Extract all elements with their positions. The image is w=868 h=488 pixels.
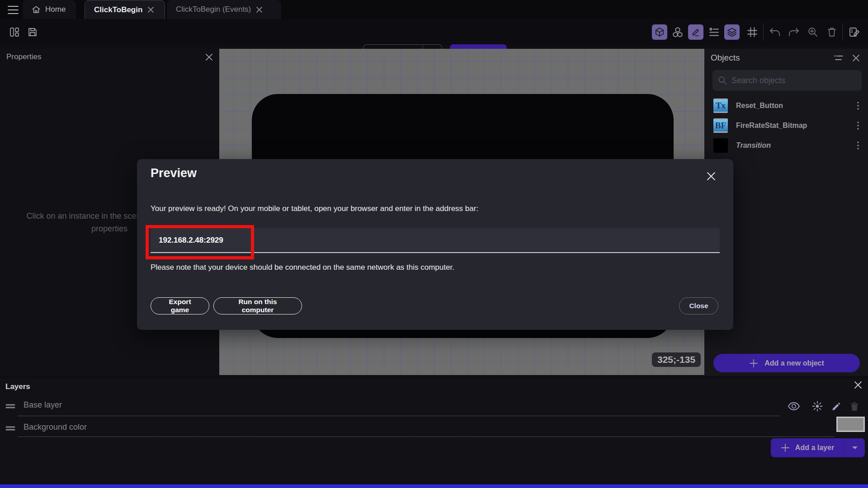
object-item-reset-button[interactable]: Tx Reset_Button [704, 96, 868, 116]
home-icon [32, 5, 41, 14]
layer-name-background-color[interactable] [24, 422, 295, 432]
save-icon[interactable] [26, 26, 39, 38]
layer-effects-icon[interactable] [811, 400, 823, 412]
edit-events-icon[interactable] [848, 26, 861, 38]
bitmap-font-object-icon: BF [713, 118, 728, 133]
drag-handle-icon[interactable] [5, 403, 16, 409]
layer-field-underline [18, 436, 834, 437]
instance-properties-icon[interactable] [708, 26, 720, 38]
black-square-object-icon [713, 138, 728, 153]
grid-icon[interactable] [746, 26, 759, 38]
tab-scene[interactable]: ClickToBegin [85, 0, 165, 19]
dialog-close-icon[interactable] [704, 169, 718, 183]
object-menu-dots-icon[interactable] [854, 102, 863, 110]
object-name: FireRateStat_Bitmap [736, 122, 845, 130]
layer-name-base-layer[interactable] [24, 400, 295, 410]
tab-events-close-icon[interactable] [255, 6, 263, 14]
gdevelop-app: Home ClickToBegin ClickToBegin (Events) [0, 0, 868, 488]
editor-toolbar: Preview Publish [0, 19, 868, 45]
objects-search-input[interactable] [731, 76, 856, 85]
background-color-swatch[interactable] [836, 417, 865, 432]
tab-scene-label: ClickToBegin [94, 5, 142, 14]
3d-box-icon[interactable] [652, 24, 667, 40]
tab-home[interactable]: Home [23, 0, 76, 19]
preview-dialog: Preview Your preview is ready! On your m… [137, 159, 733, 330]
text-object-icon: Tx [713, 99, 728, 113]
tab-events[interactable]: ClickToBegin (Events) [167, 0, 281, 19]
objects-search-box[interactable] [712, 70, 862, 91]
layer-delete-trash-icon[interactable] [849, 400, 860, 412]
layer-field-underline [18, 416, 779, 416]
add-new-object-button[interactable]: Add a new object [713, 354, 860, 372]
toolbar-separator [842, 23, 843, 41]
close-button[interactable]: Close [679, 297, 718, 314]
dialog-title: Preview [151, 166, 197, 180]
redo-icon[interactable] [788, 26, 800, 38]
layers-close-icon[interactable] [854, 381, 862, 389]
tab-home-label: Home [45, 5, 66, 14]
add-layer-label: Add a layer [795, 444, 834, 452]
layer-edit-pencil-icon[interactable] [830, 400, 842, 412]
dialog-note: Please note that your device should be c… [151, 263, 720, 272]
properties-close-icon[interactable] [206, 54, 212, 61]
cursor-coordinates-badge: 325;-135 [652, 352, 701, 367]
object-name: Transition [736, 141, 845, 150]
object-item-transition[interactable]: Transition [704, 136, 868, 155]
drag-handle-icon[interactable] [5, 425, 16, 432]
layer-visibility-eye-icon[interactable] [788, 400, 800, 412]
project-manager-icon[interactable] [8, 26, 21, 38]
tab-events-label: ClickToBegin (Events) [176, 5, 251, 14]
export-game-button[interactable]: Export game [151, 297, 209, 314]
object-menu-dots-icon[interactable] [854, 141, 863, 150]
bottom-accent-bar [0, 484, 868, 488]
object-item-fireratestat-bitmap[interactable]: BF FireRateStat_Bitmap [704, 116, 868, 136]
objects-list: Tx Reset_Button BF FireRateStat_Bitmap T… [704, 96, 868, 155]
undo-icon[interactable] [769, 26, 781, 38]
run-on-this-computer-button[interactable]: Run on this computer [213, 297, 302, 314]
edit-pencil-icon[interactable] [688, 24, 703, 40]
filter-icon[interactable] [833, 52, 844, 64]
tab-bar: Home ClickToBegin ClickToBegin (Events) [0, 0, 868, 19]
instances-cubes-icon[interactable] [670, 24, 685, 40]
object-menu-dots-icon[interactable] [854, 122, 863, 130]
objects-close-icon[interactable] [850, 52, 862, 64]
plus-icon [781, 443, 790, 452]
tab-scene-close-icon[interactable] [147, 6, 155, 14]
properties-panel-title: Properties [6, 52, 41, 61]
dialog-message: Your preview is ready! On your mobile or… [151, 204, 720, 213]
object-name: Reset_Button [736, 102, 845, 110]
add-new-object-label: Add a new object [764, 359, 824, 367]
layers-icon[interactable] [724, 24, 740, 40]
hamburger-menu-icon[interactable] [5, 4, 21, 16]
delete-trash-icon[interactable] [826, 26, 838, 38]
search-icon [718, 76, 727, 85]
zoom-in-icon[interactable] [807, 26, 819, 38]
preview-address-input[interactable] [151, 228, 720, 253]
plus-icon [749, 359, 758, 368]
layers-panel: Layers [0, 379, 868, 484]
toolbar-separator [763, 23, 764, 41]
objects-panel-title: Objects [711, 53, 827, 63]
add-layer-button[interactable]: Add a layer [771, 438, 865, 457]
layers-panel-title: Layers [5, 382, 30, 391]
add-layer-dropdown-caret[interactable] [844, 438, 865, 457]
